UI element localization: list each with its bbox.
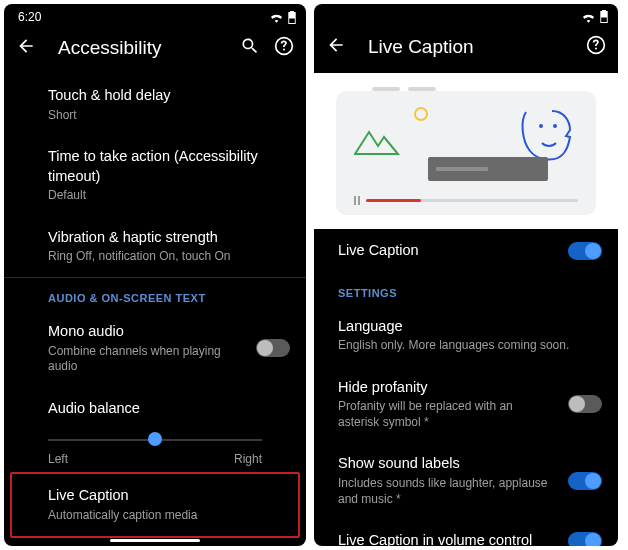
page-title: Accessibility bbox=[58, 37, 226, 59]
item-title: Language bbox=[338, 317, 600, 337]
item-sub: Automatically caption media bbox=[48, 508, 280, 524]
item-title: Show sound labels bbox=[338, 454, 550, 474]
sun-icon bbox=[414, 107, 428, 121]
back-icon[interactable] bbox=[16, 36, 36, 60]
mono-audio-toggle[interactable] bbox=[256, 339, 290, 357]
item-accessibility-timeout[interactable]: Time to take action (Accessibility timeo… bbox=[4, 135, 306, 216]
item-volume-control[interactable]: Live Caption in volume control bbox=[314, 519, 618, 546]
item-sub: Includes sounds like laughter, applause … bbox=[338, 476, 550, 507]
live-caption-toggle[interactable] bbox=[568, 242, 602, 260]
status-time: 6:20 bbox=[18, 10, 41, 24]
settings-list: Touch & hold delay Short Time to take ac… bbox=[4, 74, 306, 546]
item-live-caption-master[interactable]: Live Caption bbox=[314, 229, 618, 273]
settings-list: Live Caption SETTINGS Language English o… bbox=[314, 229, 618, 546]
svg-point-2 bbox=[539, 124, 543, 128]
help-icon[interactable] bbox=[586, 35, 606, 59]
caption-bar-icon bbox=[428, 157, 548, 181]
sound-labels-toggle[interactable] bbox=[568, 472, 602, 490]
highlight-live-caption: Live Caption Automatically caption media bbox=[10, 472, 300, 537]
status-bar bbox=[314, 4, 618, 25]
item-mono-audio[interactable]: Mono audio Combine channels when playing… bbox=[4, 310, 306, 387]
item-sound-labels[interactable]: Show sound labels Includes sounds like l… bbox=[314, 442, 618, 519]
status-icons bbox=[581, 10, 608, 23]
status-icons bbox=[269, 11, 296, 24]
battery-icon bbox=[600, 10, 608, 23]
item-title: Live Caption bbox=[48, 486, 280, 506]
battery-icon bbox=[288, 11, 296, 24]
item-sub: Short bbox=[48, 108, 288, 124]
audio-balance-slider[interactable]: Left Right bbox=[4, 428, 306, 472]
item-sub: Default bbox=[48, 188, 288, 204]
item-sub: English only. More languages coming soon… bbox=[338, 338, 600, 354]
item-touch-hold-delay[interactable]: Touch & hold delay Short bbox=[4, 74, 306, 135]
mountains-icon bbox=[354, 125, 410, 155]
item-title: Live Caption bbox=[338, 241, 550, 261]
item-title: Hide profanity bbox=[338, 378, 550, 398]
item-title: Vibration & haptic strength bbox=[48, 228, 288, 248]
pause-icon bbox=[354, 196, 360, 205]
item-sub: Combine channels when playing audio bbox=[48, 344, 238, 375]
back-icon[interactable] bbox=[326, 35, 346, 59]
item-title: Live Caption in volume control bbox=[338, 531, 550, 546]
item-title: Mono audio bbox=[48, 322, 238, 342]
item-hide-profanity[interactable]: Hide profanity Profanity will be replace… bbox=[314, 366, 618, 443]
item-title: Touch & hold delay bbox=[48, 86, 288, 106]
status-bar: 6:20 bbox=[4, 4, 306, 26]
search-icon[interactable] bbox=[240, 36, 260, 60]
hero-illustration bbox=[314, 73, 618, 229]
item-language[interactable]: Language English only. More languages co… bbox=[314, 305, 618, 366]
help-icon[interactable] bbox=[274, 36, 294, 60]
gesture-handle[interactable] bbox=[110, 539, 200, 542]
appbar: Live Caption bbox=[314, 25, 618, 73]
slider-right-label: Right bbox=[234, 452, 262, 466]
player-bar-icon bbox=[354, 196, 578, 205]
item-title: Time to take action (Accessibility timeo… bbox=[48, 147, 288, 186]
item-sub: Profanity will be replaced with an aster… bbox=[338, 399, 550, 430]
svg-point-3 bbox=[553, 124, 557, 128]
section-settings: SETTINGS bbox=[314, 273, 618, 305]
slider-thumb[interactable] bbox=[148, 432, 162, 446]
slider-left-label: Left bbox=[48, 452, 68, 466]
item-live-caption[interactable]: Live Caption Automatically caption media bbox=[12, 474, 298, 535]
wifi-icon bbox=[269, 11, 284, 23]
appbar: Accessibility bbox=[4, 26, 306, 74]
phone-live-caption: Live Caption Live Caption SETTINGS L bbox=[314, 4, 618, 546]
item-audio-balance[interactable]: Audio balance bbox=[4, 387, 306, 423]
item-sub: Ring Off, notification On, touch On bbox=[48, 249, 288, 265]
item-title: Audio balance bbox=[48, 399, 288, 419]
face-icon bbox=[520, 109, 572, 163]
phone-accessibility: 6:20 Accessibility Touch & hold delay Sh… bbox=[4, 4, 306, 546]
item-vibration[interactable]: Vibration & haptic strength Ring Off, no… bbox=[4, 216, 306, 277]
page-title: Live Caption bbox=[368, 36, 572, 58]
volume-control-toggle[interactable] bbox=[568, 532, 602, 546]
hide-profanity-toggle[interactable] bbox=[568, 395, 602, 413]
section-audio-text: AUDIO & ON-SCREEN TEXT bbox=[4, 278, 306, 310]
wifi-icon bbox=[581, 11, 596, 23]
